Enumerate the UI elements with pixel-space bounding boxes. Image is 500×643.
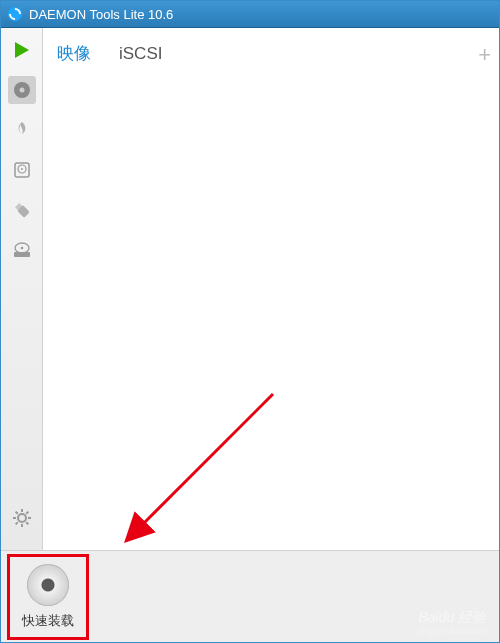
watermark-brand: Baidu 经验 [418, 609, 486, 625]
add-button[interactable]: + [478, 42, 491, 68]
disc-icon [12, 80, 32, 100]
app-window: DAEMON Tools Lite 10.6 [0, 0, 500, 643]
tabs: 映像 iSCSI [43, 28, 499, 65]
burn-icon [12, 120, 32, 140]
quick-mount-label: 快速装载 [22, 612, 74, 630]
tab-images[interactable]: 映像 [57, 42, 91, 65]
tab-iscsi[interactable]: iSCSI [119, 44, 162, 64]
image-list-empty [43, 76, 499, 550]
usb-icon [12, 200, 32, 220]
hdd-icon [12, 160, 32, 180]
svg-marker-1 [15, 42, 29, 58]
watermark: Baidu 经验 jingyan.baidu.com [418, 609, 491, 636]
sidebar-settings[interactable] [8, 504, 36, 532]
main-panel: 映像 iSCSI + [43, 28, 499, 550]
footer-bar: 快速装载 Baidu 经验 jingyan.baidu.com [1, 550, 499, 642]
sidebar-item-play[interactable] [8, 36, 36, 64]
sidebar-item-usb[interactable] [8, 196, 36, 224]
sidebar-item-burn[interactable] [8, 116, 36, 144]
svg-point-3 [19, 88, 24, 93]
sidebar [1, 28, 43, 550]
svg-line-17 [15, 512, 17, 514]
sidebar-item-disc[interactable] [8, 76, 36, 104]
svg-point-6 [21, 168, 23, 170]
gear-icon [11, 507, 33, 529]
client-area: 映像 iSCSI + 快速装载 [1, 27, 499, 642]
upper-area: 映像 iSCSI + [1, 28, 499, 550]
titlebar[interactable]: DAEMON Tools Lite 10.6 [1, 1, 499, 27]
sidebar-item-hdd[interactable] [8, 156, 36, 184]
disc-icon [27, 564, 69, 606]
app-logo-icon [7, 6, 23, 22]
svg-point-12 [18, 514, 26, 522]
svg-line-18 [26, 522, 28, 524]
svg-line-19 [26, 512, 28, 514]
svg-line-20 [15, 522, 17, 524]
quick-mount-button[interactable]: 快速装载 [13, 558, 83, 636]
play-icon [12, 40, 32, 60]
svg-point-11 [20, 247, 23, 250]
sidebar-item-drive[interactable] [8, 236, 36, 264]
drive-icon [12, 240, 32, 260]
watermark-url: jingyan.baidu.com [418, 627, 491, 636]
window-title: DAEMON Tools Lite 10.6 [29, 7, 173, 22]
